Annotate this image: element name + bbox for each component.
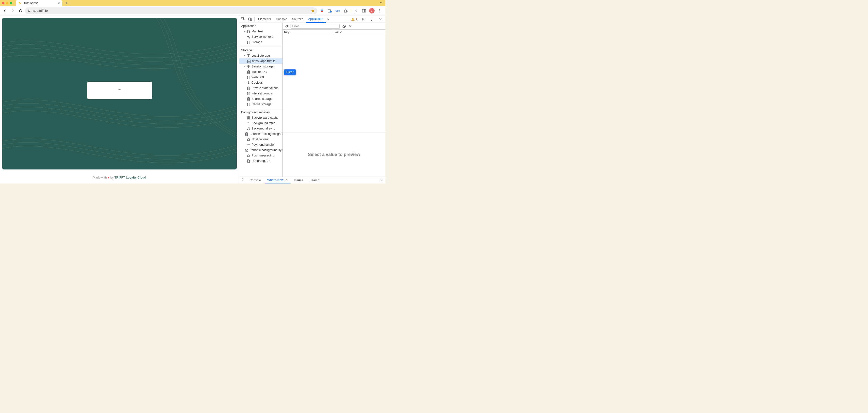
tree-item-payment-handler[interactable]: Payment handler — [239, 142, 282, 147]
tree-item-private-state-tokens[interactable]: Private state tokens — [239, 85, 282, 91]
clear-tooltip[interactable]: Clear — [284, 69, 296, 75]
devtools-settings-icon[interactable] — [359, 16, 366, 23]
tree-item-bf-cache[interactable]: Back/forward cache — [239, 115, 282, 121]
devtools-panel: Elements Console Sources Application » 1… — [239, 15, 385, 183]
drawer-tab-search[interactable]: Search — [307, 177, 322, 184]
file-icon — [247, 30, 250, 33]
browser-tab[interactable]: Trifft Admin ✕ — [16, 0, 62, 6]
db-icon — [245, 132, 248, 136]
devtools-menu-icon[interactable] — [368, 16, 375, 23]
window-close[interactable] — [2, 2, 4, 4]
extension-badge-2[interactable] — [327, 8, 333, 13]
svg-point-23 — [371, 20, 372, 21]
tree-item-local-storage-origin[interactable]: https://app.trifft.io — [239, 58, 282, 64]
page-viewport: Made with ♥ by TRIFFT Loyalty Cloud — [0, 15, 239, 183]
tree-item-websql[interactable]: Web SQL — [239, 75, 282, 80]
drawer-close-icon[interactable]: ✕ — [380, 178, 384, 182]
kv-value-header[interactable]: Value — [333, 30, 385, 35]
login-card — [87, 82, 152, 99]
window-minimize[interactable] — [6, 2, 8, 4]
tree-item-manifest[interactable]: ▸Manifest — [239, 29, 282, 34]
tree-item-bounce-tracking[interactable]: Bounce tracking mitigations — [239, 131, 282, 137]
page-background — [2, 18, 237, 169]
tree-item-notifications[interactable]: Notifications — [239, 137, 282, 142]
tree-item-reporting-api[interactable]: Reporting API — [239, 158, 282, 164]
loading-spinner-icon — [118, 89, 121, 92]
bookmark-star-icon[interactable] — [311, 9, 315, 13]
kv-toolbar — [283, 23, 385, 30]
kv-refresh-icon[interactable] — [284, 24, 288, 29]
tree-item-background-sync[interactable]: Background sync — [239, 126, 282, 131]
kv-key-header[interactable]: Key — [283, 30, 333, 35]
devtools-tab-sources[interactable]: Sources — [289, 15, 306, 23]
tree-item-interest-groups[interactable]: Interest groups — [239, 91, 282, 96]
tab-close-icon[interactable]: ✕ — [58, 1, 60, 5]
db-icon — [247, 86, 250, 90]
tree-section-background-services: Background services — [239, 109, 282, 115]
sync-icon — [247, 127, 250, 130]
tree-item-session-storage[interactable]: ▸Session storage — [239, 64, 282, 69]
drawer-menu-icon[interactable] — [240, 178, 246, 183]
tree-item-storage[interactable]: Storage — [239, 39, 282, 45]
drawer-tab-console[interactable]: Console — [247, 177, 263, 184]
svg-point-22 — [371, 19, 372, 20]
devtools-tab-console[interactable]: Console — [273, 15, 289, 23]
footer-brand[interactable]: TRIFFT Loyalty Cloud — [115, 176, 146, 179]
svg-point-13 — [379, 9, 380, 10]
svg-point-25 — [242, 180, 243, 180]
footer-prefix: Made with — [93, 176, 107, 179]
tree-item-local-storage[interactable]: ▾Local storage — [239, 53, 282, 58]
site-settings-icon[interactable] — [28, 9, 31, 12]
drawer-tab-whats-new[interactable]: What's New ✕ — [265, 177, 290, 184]
drawer-tab-close-icon[interactable]: ✕ — [285, 178, 288, 182]
new-tab-button[interactable]: + — [65, 1, 68, 5]
clock-icon — [245, 148, 248, 152]
tree-item-shared-storage[interactable]: ▸Shared storage — [239, 96, 282, 102]
device-toggle-icon[interactable] — [247, 16, 253, 23]
kv-clear-icon[interactable] — [342, 24, 346, 29]
svg-point-14 — [379, 10, 380, 11]
devtools-issues-badge[interactable]: 1 — [351, 18, 358, 21]
tree-item-push-messaging[interactable]: Push messaging — [239, 153, 282, 158]
tree-section-storage: Storage — [239, 47, 282, 53]
tree-item-cookies[interactable]: ▸Cookies — [239, 80, 282, 85]
nav-back-button[interactable] — [1, 7, 8, 14]
nav-reload-button[interactable] — [17, 7, 24, 14]
grid-icon — [247, 54, 250, 57]
extensions-icon[interactable] — [343, 8, 348, 13]
sidepanel-icon[interactable] — [361, 8, 367, 13]
devtools-tab-elements[interactable]: Elements — [256, 15, 273, 23]
svg-point-21 — [371, 18, 372, 18]
bell-icon — [247, 138, 250, 141]
grid-icon — [247, 59, 250, 63]
kv-rows[interactable] — [283, 35, 385, 132]
gears-icon — [247, 35, 250, 38]
tree-item-background-fetch[interactable]: Background fetch — [239, 121, 282, 126]
profile-avatar[interactable]: J — [369, 8, 375, 13]
grid-icon — [247, 65, 250, 68]
db-icon — [247, 116, 250, 119]
nav-forward-button[interactable] — [9, 7, 16, 14]
tree-item-indexeddb[interactable]: ▸IndexedDB — [239, 69, 282, 75]
tree-item-periodic-bg-sync[interactable]: Periodic background sync — [239, 147, 282, 153]
address-bar[interactable]: app.trifft.io — [25, 7, 317, 14]
browser-tabstrip: Trifft Admin ✕ + — [0, 0, 385, 6]
tab-overflow-icon[interactable] — [379, 1, 383, 5]
issues-count: 1 — [355, 18, 358, 21]
kv-delete-icon[interactable] — [348, 24, 352, 29]
db-icon — [247, 75, 250, 79]
devtools-tab-application[interactable]: Application — [306, 15, 326, 23]
db-icon — [247, 92, 250, 95]
kv-filter-input[interactable] — [290, 24, 340, 29]
downloads-icon[interactable] — [353, 8, 359, 13]
extension-cls-icon[interactable]: CLS — [335, 8, 340, 13]
devtools-tabs-overflow-icon[interactable]: » — [326, 18, 330, 21]
drawer-tab-issues[interactable]: Issues — [292, 177, 306, 184]
devtools-close-icon[interactable] — [377, 16, 384, 23]
window-zoom[interactable] — [10, 2, 12, 4]
inspect-element-icon[interactable] — [240, 16, 247, 23]
chrome-menu-icon[interactable] — [377, 8, 382, 13]
tree-item-service-workers[interactable]: Service workers — [239, 34, 282, 39]
tree-item-cache-storage[interactable]: Cache storage — [239, 102, 282, 107]
extension-badge-1[interactable] — [319, 8, 325, 13]
